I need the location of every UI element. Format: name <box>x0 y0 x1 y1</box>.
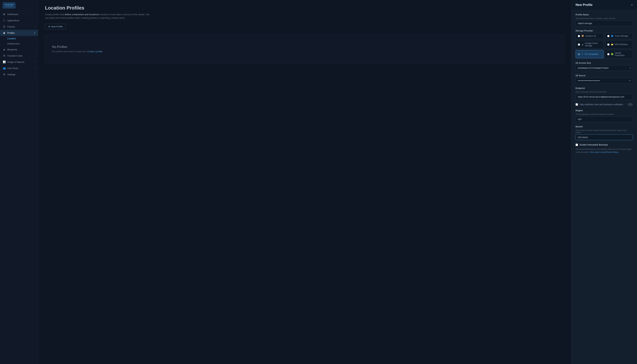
provider-label: S3 Compatible <box>584 53 598 55</box>
chevron-right-icon: › <box>35 67 35 69</box>
empty-desc-text: No profiles have been created yet. <box>52 50 87 53</box>
region-label: Region <box>575 109 633 112</box>
sidebar-item-label: Profiles <box>7 32 15 34</box>
desc-bold: define credentials and locations <box>65 13 99 16</box>
user-roles-icon: 👥 <box>3 67 6 70</box>
provider-s3-compatible[interactable]: ✔ S3 Compatible <box>575 50 603 58</box>
empty-state: No Profiles No profiles have been create… <box>45 34 564 63</box>
provider-nfs-filestore[interactable]: 📁 NFS FileStore <box>605 40 633 48</box>
usage-reports-icon: 📊 <box>3 60 6 63</box>
provider-google-cloud[interactable]: ☁ Google Cloud Storage <box>575 40 603 48</box>
s3-access-key-wrap: ⎘ <box>575 65 633 71</box>
sidebar-item-label: Policies <box>7 26 15 28</box>
copy-icon[interactable]: ⎘ <box>630 67 631 70</box>
storage-provider-field: Storage Provider 📦 Amazon S3 🔷 Azure Sto… <box>575 30 633 58</box>
transform-sets-icon: ⚙ <box>3 54 6 57</box>
sidebar-subitem-label: Infrastructure <box>7 42 20 45</box>
sidebar-item-usage-reports[interactable]: 📊 Usage & Reports › <box>0 59 38 65</box>
google-icon: ☁ <box>581 43 583 46</box>
skip-cert-row: Skip certificate chain and hostname veri… <box>575 103 633 106</box>
sidebar-item-applications[interactable]: ⬡ Applications <box>0 17 38 24</box>
sidebar-item-label: Dashboard <box>7 13 18 16</box>
azure-icon: 🔷 <box>611 35 613 37</box>
panel-title: New Profile <box>575 3 592 7</box>
skip-cert-toggle[interactable] <box>628 103 633 106</box>
s3-access-key-input[interactable] <box>575 65 633 71</box>
main-content: Location Profiles Create profiles that d… <box>38 0 571 364</box>
logo-box: KASTEN by Veeam <box>3 2 16 8</box>
provider-veeam-repository[interactable]: 🟢 Veeam Repository <box>605 50 633 58</box>
immutable-description: The bucket listed above must already exi… <box>575 148 633 154</box>
bucket-field: Bucket The bucket must be created before… <box>575 126 633 140</box>
endpoint-hint: URL or domain of the S3 service API <box>575 91 633 93</box>
provider-amazon-s3-radio[interactable] <box>578 35 580 37</box>
close-button[interactable]: × <box>631 3 633 7</box>
sidebar-item-user-roles[interactable]: 👥 User Roles › <box>0 65 38 71</box>
chevron-right-icon: › <box>35 55 35 57</box>
logo-kasten: KASTEN <box>5 4 14 6</box>
chevron-down-icon: ∨ <box>34 32 35 34</box>
region-field: Region The geography in which the bucket… <box>575 109 633 122</box>
provider-label: Azure Storage <box>615 35 628 37</box>
eye-icon[interactable]: 👁 <box>629 80 631 82</box>
provider-nfs-radio[interactable] <box>607 44 609 46</box>
region-input[interactable] <box>575 116 633 122</box>
immutable-desc-start: The bucket listed above must already exi… <box>575 148 626 150</box>
storage-provider-label: Storage Provider <box>575 30 633 32</box>
blueprints-icon: ◈ <box>3 48 6 51</box>
provider-azure-radio[interactable] <box>607 35 609 37</box>
provider-azure-storage[interactable]: 🔷 Azure Storage <box>605 33 633 39</box>
settings-icon: ⚙ <box>3 73 6 76</box>
immutable-desc-mid: enabled. <box>581 151 590 153</box>
sidebar-item-dashboard[interactable]: ⊞ Dashboard <box>0 11 38 17</box>
sidebar-subitem-label: Location <box>7 37 16 40</box>
endpoint-input[interactable] <box>575 94 633 100</box>
nfs-icon: 📁 <box>611 43 613 46</box>
immutable-toggle-row: Enable Immutable Backups <box>575 144 633 146</box>
provider-label: Google Cloud Storage <box>585 42 601 47</box>
endpoint-field: Endpoint URL or domain of the S3 service… <box>575 87 633 100</box>
profiles-icon: ◉ <box>3 32 6 34</box>
empty-title: No Profiles <box>52 45 557 49</box>
s3-access-key-field: S3 Access Key ⎘ <box>575 62 633 71</box>
locked-bucket-link[interactable]: More about Locked Bucket Setup... <box>590 151 620 153</box>
s3-secret-input[interactable] <box>575 78 633 84</box>
sidebar-item-profiles[interactable]: ◉ Profiles ∨ <box>0 30 38 36</box>
chevron-right-icon: › <box>35 61 35 63</box>
region-hint: The geography in which the bucket is loc… <box>575 113 633 115</box>
bucket-label: Bucket <box>575 126 633 128</box>
sidebar-item-label: Transform Sets <box>7 54 23 57</box>
profile-name-input[interactable] <box>575 20 633 26</box>
panel-header: New Profile × <box>571 0 637 10</box>
sidebar-item-policies[interactable]: ☰ Policies › <box>0 24 38 30</box>
sidebar-item-label: User Roles <box>7 67 18 70</box>
provider-label: Veeam Repository <box>615 52 631 56</box>
applications-icon: ⬡ <box>3 19 6 22</box>
sidebar-item-blueprints[interactable]: ◈ Blueprints <box>0 46 38 52</box>
amazon-icon: 📦 <box>581 35 584 37</box>
provider-amazon-s3[interactable]: 📦 Amazon S3 <box>575 33 603 39</box>
provider-label: Amazon S3 <box>585 35 596 37</box>
veeam-icon: 🟢 <box>611 53 613 55</box>
profile-name-hint: Only lowercase letters, numbers, dash, a… <box>575 17 633 20</box>
sidebar-subitem-location[interactable]: Location <box>0 36 38 41</box>
sidebar-item-label: Blueprints <box>7 48 17 51</box>
skip-cert-checkbox[interactable] <box>575 103 578 106</box>
sidebar-subitem-infrastructure[interactable]: Infrastructure <box>0 41 38 46</box>
provider-veeam-radio[interactable] <box>607 53 609 55</box>
sidebar-item-settings[interactable]: ⚙ Settings › <box>0 71 38 78</box>
provider-s3-radio[interactable] <box>578 53 580 55</box>
s3-secret-wrap: 👁 <box>575 78 633 84</box>
endpoint-label: Endpoint <box>575 87 633 90</box>
sidebar-item-transform-sets[interactable]: ⚙ Transform Sets › <box>0 52 38 59</box>
create-profile-link[interactable]: Create a profile. <box>87 50 103 53</box>
chevron-right-icon: › <box>35 26 35 28</box>
provider-google-radio[interactable] <box>578 44 580 46</box>
provider-label: NFS FileStore <box>615 43 628 46</box>
immutable-checkbox[interactable] <box>575 144 578 146</box>
logo-veeam: by Veeam <box>6 6 13 7</box>
new-profile-button[interactable]: ⊕ New Profile <box>45 24 66 30</box>
policies-icon: ☰ <box>3 25 6 28</box>
bucket-input[interactable] <box>575 134 633 140</box>
desc-start: Create profiles that <box>45 13 65 16</box>
